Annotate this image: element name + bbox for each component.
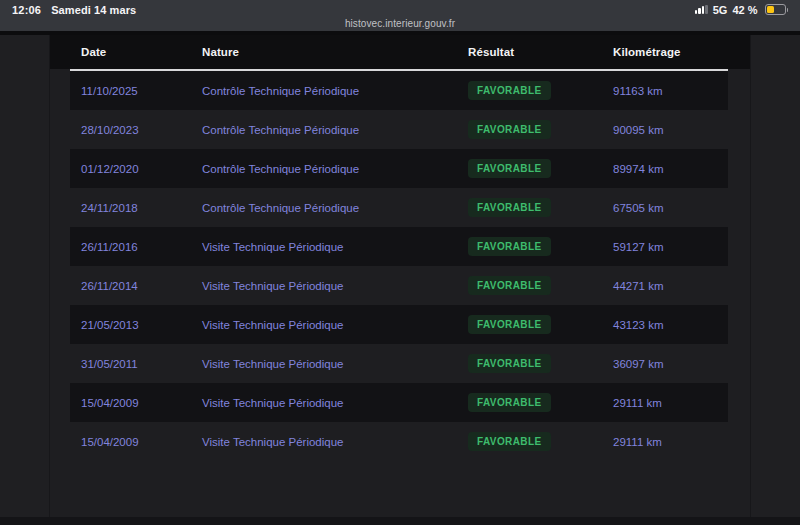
status-badge: FAVORABLE [468,237,551,256]
table-row: 15/04/2009 Visite Technique Périodique F… [70,422,728,461]
status-badge: FAVORABLE [468,81,551,100]
cell-nature: Visite Technique Périodique [202,319,468,331]
cell-resultat: FAVORABLE [468,198,551,217]
status-badge: FAVORABLE [468,120,551,139]
column-header-resultat: Résultat [468,46,613,58]
cell-nature: Visite Technique Périodique [202,397,468,409]
cell-resultat: FAVORABLE [468,432,551,451]
cell-resultat: FAVORABLE [468,81,551,100]
battery-icon [765,4,789,15]
cell-nature: Visite Technique Périodique [202,436,468,448]
table-row: 26/11/2014 Visite Technique Périodique F… [70,266,728,305]
status-date: Samedi 14 mars [51,4,136,16]
cell-date: 28/10/2023 [81,124,202,136]
table-row: 15/04/2009 Visite Technique Périodique F… [70,383,728,422]
column-header-nature: Nature [202,46,468,58]
table-row: 21/05/2013 Visite Technique Périodique F… [70,305,728,344]
status-badge: FAVORABLE [468,159,551,178]
cell-kilometrage: 44271 km [613,280,728,292]
cell-resultat: FAVORABLE [468,159,551,178]
cell-date: 15/04/2009 [81,397,202,409]
cell-kilometrage: 43123 km [613,319,728,331]
cell-resultat: FAVORABLE [468,276,551,295]
column-header-date: Date [81,46,202,58]
cell-nature: Contrôle Technique Périodique [202,124,468,136]
cell-nature: Visite Technique Périodique [202,241,468,253]
status-bar-right: 5G 42 % [695,4,788,16]
network-type-label: 5G [713,4,728,16]
cell-resultat: FAVORABLE [468,393,551,412]
cell-kilometrage: 90095 km [613,124,728,136]
bottom-toolbar-edge [0,517,800,525]
table-row: 01/12/2020 Contrôle Technique Périodique… [70,149,728,188]
status-badge: FAVORABLE [468,393,551,412]
status-badge: FAVORABLE [468,432,551,451]
status-bar: 12:06 Samedi 14 mars 5G 42 % [0,0,800,16]
battery-percent-label: 42 % [732,4,757,16]
table-row: 24/11/2018 Contrôle Technique Périodique… [70,188,728,227]
table-header: Date Nature Résultat Kilométrage [50,35,750,69]
status-badge: FAVORABLE [468,276,551,295]
cell-date: 15/04/2009 [81,436,202,448]
cell-date: 31/05/2011 [81,358,202,370]
clock: 12:06 [12,4,41,16]
status-bar-left: 12:06 Samedi 14 mars [12,4,136,16]
table-row: 31/05/2011 Visite Technique Périodique F… [70,344,728,383]
page-background: Date Nature Résultat Kilométrage 11/10/2… [0,35,800,517]
cell-date: 26/11/2014 [81,280,202,292]
address-bar-url[interactable]: histovec.interieur.gouv.fr [345,18,455,29]
cell-nature: Contrôle Technique Périodique [202,202,468,214]
cell-kilometrage: 29111 km [613,436,728,448]
cell-kilometrage: 89974 km [613,163,728,175]
status-badge: FAVORABLE [468,198,551,217]
cell-date: 24/11/2018 [81,202,202,214]
cell-kilometrage: 36097 km [613,358,728,370]
cellular-signal-icon [695,5,708,14]
cell-resultat: FAVORABLE [468,315,551,334]
cell-kilometrage: 59127 km [613,241,728,253]
cell-date: 21/05/2013 [81,319,202,331]
cell-kilometrage: 67505 km [613,202,728,214]
cell-date: 11/10/2025 [81,85,202,97]
cell-nature: Contrôle Technique Périodique [202,85,468,97]
address-bar[interactable]: histovec.interieur.gouv.fr [0,16,800,31]
inspection-history-card: Date Nature Résultat Kilométrage 11/10/2… [49,35,751,517]
table-row: 28/10/2023 Contrôle Technique Périodique… [70,110,728,149]
cell-resultat: FAVORABLE [468,120,551,139]
cell-nature: Visite Technique Périodique [202,280,468,292]
browser-chrome: 12:06 Samedi 14 mars 5G 42 % histovec.in… [0,0,800,31]
cell-kilometrage: 91163 km [613,85,728,97]
cell-resultat: FAVORABLE [468,354,551,373]
status-badge: FAVORABLE [468,315,551,334]
cell-date: 26/11/2016 [81,241,202,253]
table-row: 26/11/2016 Visite Technique Périodique F… [70,227,728,266]
cell-resultat: FAVORABLE [468,237,551,256]
status-badge: FAVORABLE [468,354,551,373]
cell-date: 01/12/2020 [81,163,202,175]
table-row: 11/10/2025 Contrôle Technique Périodique… [70,71,728,110]
cell-nature: Visite Technique Périodique [202,358,468,370]
cell-kilometrage: 29111 km [613,397,728,409]
table-body: 11/10/2025 Contrôle Technique Périodique… [70,71,728,461]
cell-nature: Contrôle Technique Périodique [202,163,468,175]
column-header-kilometrage: Kilométrage [613,46,750,58]
